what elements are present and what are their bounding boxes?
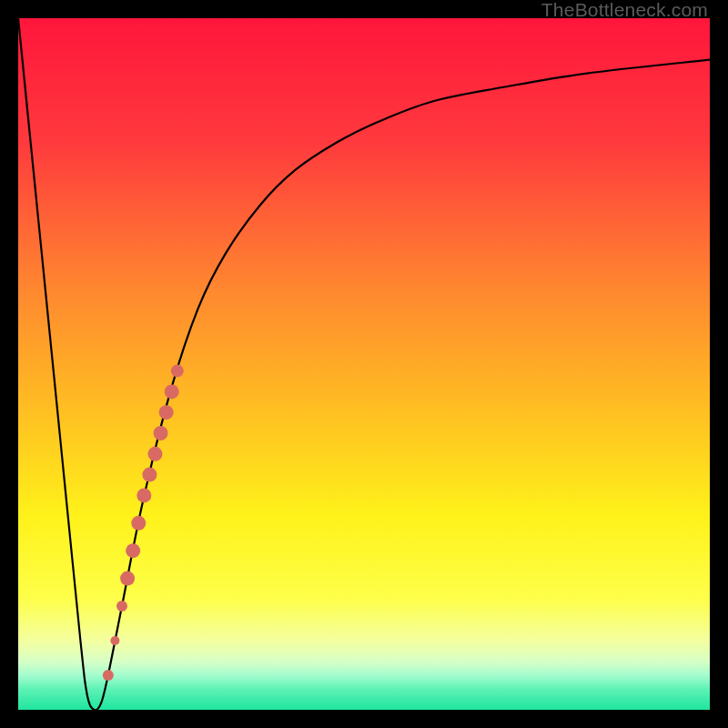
highlight-dot: [159, 405, 174, 420]
highlight-dots: [103, 365, 184, 681]
outer-frame: TheBottleneck.com: [0, 0, 728, 728]
highlight-dot: [142, 468, 157, 482]
highlight-dot: [136, 488, 151, 502]
highlight-dot: [171, 365, 184, 378]
highlight-dot: [126, 543, 140, 558]
highlight-dot: [110, 636, 119, 645]
highlight-dot: [103, 670, 114, 681]
highlight-dot: [147, 447, 162, 461]
curve-layer: [18, 18, 710, 710]
highlight-dot: [154, 426, 168, 440]
plot-area: [18, 18, 710, 710]
highlight-dot: [116, 601, 127, 612]
attribution-label: TheBottleneck.com: [541, 0, 708, 20]
highlight-dot: [120, 571, 135, 586]
highlight-dot: [131, 516, 146, 531]
highlight-dot: [165, 384, 179, 399]
